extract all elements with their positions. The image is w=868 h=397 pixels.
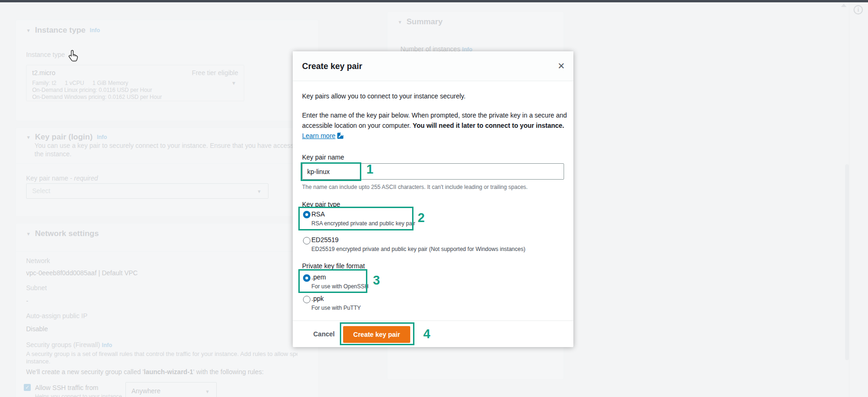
top-navigation-bar	[0, 0, 868, 2]
modal-description: Enter the name of the key pair below. Wh…	[302, 110, 572, 142]
annotation-number-2: 2	[418, 211, 425, 225]
key-pair-name-help: The name can include upto 255 ASCII char…	[302, 184, 528, 190]
annotation-number-3: 3	[373, 273, 380, 288]
hand-cursor-icon	[68, 49, 79, 64]
modal-title: Create key pair	[302, 62, 362, 71]
annotation-box-1	[301, 162, 361, 181]
annotation-box-4	[340, 322, 414, 345]
description-bold-text: You will need it later to connect to you…	[413, 122, 564, 129]
learn-more-link[interactable]: Learn more	[302, 132, 336, 139]
private-key-format-label: Private key file format	[302, 262, 365, 270]
modal-intro-text: Key pairs allow you to connect to your i…	[302, 92, 466, 100]
ed25519-radio[interactable]	[303, 237, 310, 244]
create-key-pair-modal: Create key pair ✕ Key pairs allow you to…	[293, 51, 573, 347]
modal-header: Create key pair ✕	[293, 51, 573, 81]
ppk-description: For use with PuTTY	[311, 305, 361, 311]
ed25519-description: ED25519 encrypted private and public key…	[311, 246, 525, 252]
cancel-button[interactable]: Cancel	[313, 330, 335, 338]
annotation-number-1: 1	[366, 162, 373, 177]
ed25519-label: ED25519	[311, 236, 338, 244]
modal-footer: Cancel Create key pair	[293, 320, 573, 347]
annotation-box-2	[298, 207, 413, 230]
close-icon[interactable]: ✕	[558, 61, 565, 71]
annotation-number-4: 4	[423, 327, 430, 341]
annotation-box-3	[298, 269, 367, 293]
key-pair-name-label: Key pair name	[302, 153, 344, 161]
external-link-icon	[337, 132, 344, 142]
ppk-label: .ppk	[311, 295, 324, 302]
ppk-radio[interactable]	[303, 296, 310, 303]
